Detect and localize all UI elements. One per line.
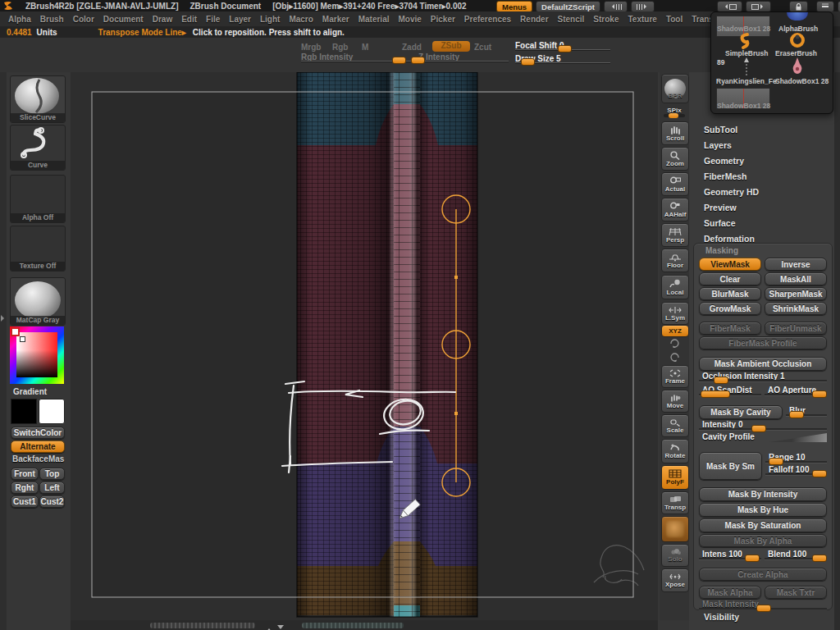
alpha-thumbnail[interactable]: Alpha Off bbox=[10, 175, 66, 223]
section-visibility[interactable]: Visibility bbox=[689, 609, 840, 624]
menu-preferences[interactable]: Preferences bbox=[464, 15, 511, 24]
mesh-plane[interactable] bbox=[297, 72, 477, 617]
mask-ao-button[interactable]: Mask Ambient Occlusion bbox=[699, 357, 827, 371]
mrgb-toggle[interactable]: Mrgb bbox=[301, 43, 321, 52]
growmask-button[interactable]: GrowMask bbox=[699, 302, 761, 315]
tablet-prev-button[interactable] bbox=[604, 1, 628, 12]
section-fibermesh[interactable]: FiberMesh bbox=[689, 168, 840, 184]
solo-button[interactable]: Solo bbox=[661, 544, 689, 567]
menu-picker[interactable]: Picker bbox=[431, 15, 455, 24]
panel-scrollbar[interactable] bbox=[834, 72, 840, 630]
zadd-toggle[interactable]: Zadd bbox=[402, 43, 422, 52]
left-button[interactable]: Left bbox=[39, 482, 65, 494]
section-geometry-hd[interactable]: Geometry HD bbox=[689, 184, 840, 199]
minimize-button[interactable] bbox=[816, 1, 834, 12]
canvas-viewport[interactable] bbox=[71, 72, 658, 620]
blurmask-button[interactable]: BlurMask bbox=[699, 287, 761, 300]
menu-tool[interactable]: Tool bbox=[666, 15, 682, 24]
backface-mask-button[interactable]: BackfaceMas bbox=[12, 454, 64, 463]
menu-stencil[interactable]: Stencil bbox=[558, 15, 585, 24]
viewmask-button[interactable]: ViewMask bbox=[699, 258, 761, 271]
menu-edit[interactable]: Edit bbox=[181, 15, 197, 24]
cust2-button[interactable]: Cust2 bbox=[39, 495, 65, 508]
menu-alpha[interactable]: Alpha bbox=[8, 15, 31, 24]
draw-size-handle[interactable] bbox=[521, 58, 535, 66]
fibermask-button[interactable]: FiberMask bbox=[699, 322, 761, 335]
tray-up-arrow-icon[interactable] bbox=[266, 621, 272, 630]
menu-draw[interactable]: Draw bbox=[153, 15, 172, 24]
transp-button[interactable]: Transp bbox=[661, 491, 689, 514]
texture-thumbnail[interactable]: Texture Off bbox=[10, 226, 66, 272]
color-picker[interactable] bbox=[10, 326, 64, 384]
ao-aperture-handle[interactable] bbox=[812, 390, 827, 398]
menu-document[interactable]: Document bbox=[103, 15, 144, 24]
rgb-toggle[interactable]: Rgb bbox=[332, 43, 348, 52]
blend-handle[interactable] bbox=[812, 555, 827, 562]
section-surface[interactable]: Surface bbox=[689, 215, 840, 231]
xpose-button[interactable]: Xpose bbox=[661, 568, 689, 592]
m-toggle[interactable]: M bbox=[362, 43, 368, 52]
mask-by-smoothness-button[interactable]: Mask By Sm bbox=[699, 452, 762, 480]
menus-button[interactable]: Menus bbox=[496, 1, 532, 12]
simplebrush-icon[interactable] bbox=[736, 32, 754, 50]
rgb-z-intensity-sliders[interactable]: Rgb Intensity Z Intensity bbox=[301, 52, 509, 64]
persp-button[interactable]: Persp bbox=[661, 223, 689, 247]
lsym-button[interactable]: L.Sym bbox=[661, 302, 689, 325]
sv-marker[interactable] bbox=[20, 336, 25, 342]
scroll-button[interactable]: Scroll bbox=[661, 121, 689, 145]
switch-color-button[interactable]: SwitchColor bbox=[11, 427, 65, 439]
menu-stroke[interactable]: Stroke bbox=[593, 15, 619, 24]
ao-aperture-slider[interactable]: AO Aperture bbox=[765, 385, 827, 397]
ao-scandist-handle[interactable] bbox=[701, 390, 730, 398]
menu-material[interactable]: Material bbox=[358, 15, 390, 24]
sharpenmask-button[interactable]: SharpenMask bbox=[765, 287, 827, 300]
current-brush-thumbnail[interactable]: SliceCurve bbox=[10, 75, 66, 123]
section-subtool[interactable]: SubTool bbox=[689, 121, 840, 137]
material-thumbnail[interactable]: MatCap Gray bbox=[10, 277, 66, 326]
mask-by-saturation-button[interactable]: Mask By Saturation bbox=[699, 518, 827, 532]
alphabrush-icon[interactable] bbox=[787, 12, 808, 21]
default-zscript-button[interactable]: DefaultZScript bbox=[536, 1, 600, 12]
intens-slider[interactable]: Intens 100 bbox=[699, 549, 761, 561]
aahalf-button[interactable]: AAHalf bbox=[661, 198, 689, 221]
maskall-button[interactable]: MaskAll bbox=[765, 272, 827, 285]
occlusion-intensity-handle[interactable] bbox=[714, 377, 728, 384]
menu-movie[interactable]: Movie bbox=[398, 15, 421, 24]
lock-button[interactable] bbox=[789, 1, 808, 12]
fiberunmask-button[interactable]: FiberUnmask bbox=[765, 322, 827, 335]
inverse-button[interactable]: Inverse bbox=[765, 258, 827, 271]
left-divider[interactable] bbox=[0, 72, 7, 630]
intens-handle[interactable] bbox=[745, 555, 760, 562]
actual-button[interactable]: Actual bbox=[661, 172, 689, 196]
prev-document-button[interactable] bbox=[717, 1, 742, 12]
focal-shift-handle[interactable] bbox=[558, 45, 572, 52]
create-alpha-button[interactable]: Create Alpha bbox=[699, 568, 827, 581]
zoom-button[interactable]: Zoom bbox=[661, 147, 689, 171]
stroke-thumbnail[interactable]: Curve bbox=[10, 125, 66, 171]
tablet-next-button[interactable] bbox=[631, 1, 655, 12]
menu-color[interactable]: Color bbox=[73, 15, 94, 24]
mask-alpha-button[interactable]: Mask Alpha bbox=[699, 586, 761, 599]
polyframe-button[interactable]: PolyF bbox=[661, 465, 689, 490]
hue-marker[interactable] bbox=[11, 327, 20, 336]
mask-by-alpha-button[interactable]: Mask By Alpha bbox=[699, 534, 827, 547]
masking-header[interactable]: Masking bbox=[699, 245, 827, 256]
menu-light[interactable]: Light bbox=[260, 15, 280, 24]
xyz-symmetry-button[interactable]: XYZ bbox=[661, 325, 689, 337]
cavity-blur-handle[interactable] bbox=[789, 411, 804, 418]
ryan-brush-icon[interactable] bbox=[742, 57, 751, 75]
frame-button[interactable]: Frame bbox=[661, 365, 689, 388]
rotate-z-toggle[interactable] bbox=[661, 351, 687, 363]
local-button[interactable]: Local bbox=[661, 275, 689, 299]
menu-file[interactable]: File bbox=[206, 15, 220, 24]
rotate-y-toggle[interactable] bbox=[661, 337, 687, 349]
section-polygroups[interactable]: Polygroups bbox=[689, 625, 840, 630]
clear-button[interactable]: Clear bbox=[699, 272, 761, 285]
z-intensity-handle[interactable] bbox=[411, 57, 425, 64]
ao-scandist-slider[interactable]: AO ScanDist bbox=[699, 385, 761, 397]
secondary-color-swatch[interactable] bbox=[39, 399, 65, 424]
right-button[interactable]: Rght bbox=[11, 482, 39, 494]
menu-render[interactable]: Render bbox=[520, 15, 548, 24]
front-button[interactable]: Front bbox=[11, 468, 39, 480]
scale-3d-button[interactable]: Scale bbox=[661, 414, 689, 437]
